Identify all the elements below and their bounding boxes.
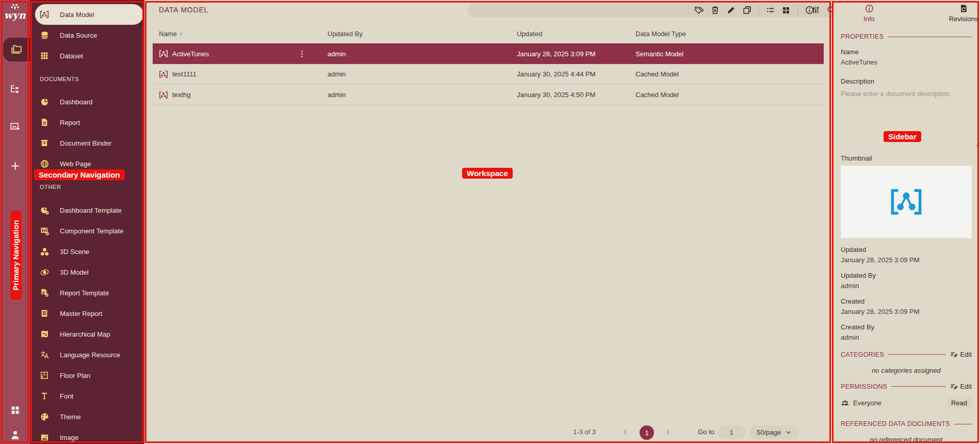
updated-by-label: Updated By: [841, 272, 972, 279]
tags-button[interactable]: [694, 6, 704, 15]
column-header-updated[interactable]: Updated: [517, 30, 635, 38]
column-header-updated-by[interactable]: Updated By: [328, 30, 517, 38]
cell-type: Cached Model: [635, 91, 824, 99]
permissions-section-header: PERMISSIONS Edit: [841, 383, 972, 390]
table-header-row: Name↑ Updated By Updated Data Model Type: [153, 24, 824, 43]
data-model-table: Name↑ Updated By Updated Data Model Type…: [153, 24, 824, 105]
column-header-type[interactable]: Data Model Type: [635, 30, 824, 38]
info-icon: [805, 6, 814, 14]
column-header-name[interactable]: Name↑: [159, 30, 328, 38]
create-nav-item[interactable]: [0, 157, 30, 175]
sidebar-item-theme[interactable]: Theme: [30, 406, 144, 427]
sidebar-item-dataset[interactable]: Dataset: [30, 45, 144, 66]
resize-grip-icon[interactable]: [972, 138, 980, 147]
documents-nav-tab[interactable]: [3, 38, 30, 61]
table-row-activetunes[interactable]: ActiveTunes ⋮ admin January 28, 2025 3:0…: [153, 43, 824, 64]
categories-section-header: CATEGORIES Edit: [841, 351, 972, 358]
next-page-button[interactable]: [663, 427, 673, 437]
cell-updated-by: admin: [328, 50, 517, 58]
revisions-icon: [959, 4, 968, 13]
pie-chart-icon: [40, 98, 49, 106]
goto-page-input[interactable]: [718, 425, 745, 439]
current-page-button[interactable]: 1: [640, 425, 654, 440]
info-button[interactable]: [805, 6, 814, 15]
edit-list-icon: [950, 383, 958, 390]
documents-section-header: DOCUMENTS: [30, 66, 144, 91]
edit-list-icon: [950, 351, 958, 358]
sidebar-item-master-report[interactable]: Master Report: [30, 303, 144, 324]
info-sidebar: Info Revisions PROPERTIES Name ActiveTun…: [832, 0, 980, 444]
referenced-empty-text: no referenced document: [841, 436, 972, 443]
primary-navigation: wyn: [0, 0, 30, 444]
page-size-select[interactable]: 50/page: [750, 425, 798, 439]
goto-label: Go to: [698, 428, 714, 436]
data-model-icon: [159, 91, 168, 99]
edit-permissions-button[interactable]: Edit: [950, 383, 972, 390]
categories-empty-text: no categories assigned: [841, 367, 972, 374]
sidebar-item-report[interactable]: Report: [30, 112, 144, 133]
tab-info[interactable]: Info: [856, 4, 882, 23]
globe-icon: [40, 160, 49, 168]
edit-button[interactable]: [726, 6, 736, 15]
description-label: Description: [841, 77, 972, 85]
sidebar-item-data-model[interactable]: Data Model: [35, 4, 143, 25]
sidebar-item-data-source[interactable]: Data Source: [30, 25, 144, 45]
media-icon: [10, 121, 21, 132]
wyn-logo[interactable]: wyn: [0, 3, 30, 21]
sidebar-item-3d-model[interactable]: 3D Model: [30, 262, 144, 282]
row-menu-kebab-icon[interactable]: ⋮: [298, 49, 306, 58]
permission-principal: Everyone: [853, 399, 881, 407]
image-icon: [40, 433, 49, 442]
referenced-section-header: REFERENCED DATA DOCUMENTS: [841, 420, 972, 427]
duplicate-button[interactable]: [742, 6, 752, 15]
document-icon: [40, 118, 49, 127]
sidebar-item-component-template[interactable]: Component Template: [30, 220, 144, 241]
sidebar-item-floor-plan[interactable]: Floor Plan: [30, 365, 144, 386]
sort-ascending-icon[interactable]: ↑: [179, 30, 183, 38]
pencil-icon: [727, 6, 736, 14]
pagination-bar: 1-3 of 3 1 Go to 50/page: [144, 424, 832, 441]
sidebar-item-report-template[interactable]: Report Template: [30, 282, 144, 303]
thumbnail-label: Thumbnail: [841, 154, 972, 162]
categories-nav-item[interactable]: [0, 81, 30, 98]
sidebar-item-3d-scene[interactable]: 3D Scene: [30, 241, 144, 262]
sidebar-item-web-page[interactable]: Web Page: [30, 153, 144, 174]
updated-value: January 28, 2025 3:09 PM: [841, 256, 972, 264]
account-nav-item[interactable]: [0, 426, 30, 443]
sidebar-item-document-binder[interactable]: Document Binder: [30, 133, 144, 153]
table-row-texthg[interactable]: texthg admin January 30, 2025 4:50 PM Ca…: [153, 85, 824, 105]
font-icon: [40, 392, 49, 401]
name-value[interactable]: ActiveTunes: [841, 58, 972, 66]
list-view-button[interactable]: [765, 6, 775, 15]
edit-categories-button[interactable]: Edit: [950, 351, 972, 358]
cubes-icon: [40, 247, 49, 256]
tree-icon: [10, 84, 20, 94]
sidebar-item-font[interactable]: Font: [30, 386, 144, 406]
tab-revisions[interactable]: Revisions: [949, 4, 978, 23]
sidebar-item-image[interactable]: Image: [30, 427, 144, 444]
data-model-icon: [159, 50, 168, 57]
sidebar-item-language-resource[interactable]: Language Resource: [30, 344, 144, 365]
previous-page-button[interactable]: [620, 427, 631, 437]
toolbar: [694, 3, 814, 17]
sidebar-item-dashboard-template[interactable]: Dashboard Template: [30, 200, 144, 220]
delete-button[interactable]: [710, 6, 720, 15]
updated-by-value: admin: [841, 282, 972, 290]
copy-icon: [743, 6, 752, 14]
apps-nav-item[interactable]: [0, 401, 30, 419]
toolbar-divider: [797, 5, 798, 15]
cell-type: Cached Model: [635, 70, 824, 78]
resources-nav-item[interactable]: [0, 118, 30, 135]
sidebar-item-hierarchical-map[interactable]: Hierarchical Map: [30, 324, 144, 344]
floor-plan-icon: [40, 371, 49, 380]
sidebar-item-dashboard[interactable]: Dashboard: [30, 91, 144, 112]
hierarchical-map-icon: [40, 330, 49, 339]
grid-view-button[interactable]: [781, 6, 791, 15]
master-report-icon: [40, 309, 49, 318]
data-model-icon: [889, 188, 923, 215]
cell-updated: January 30, 2025 4:44 PM: [517, 70, 635, 78]
thumbnail-preview: [841, 166, 972, 238]
description-input[interactable]: Please enter a document description: [841, 90, 972, 98]
table-row-test1111[interactable]: test1111 admin January 30, 2025 4:44 PM …: [153, 64, 824, 85]
palette-icon: [40, 413, 49, 421]
